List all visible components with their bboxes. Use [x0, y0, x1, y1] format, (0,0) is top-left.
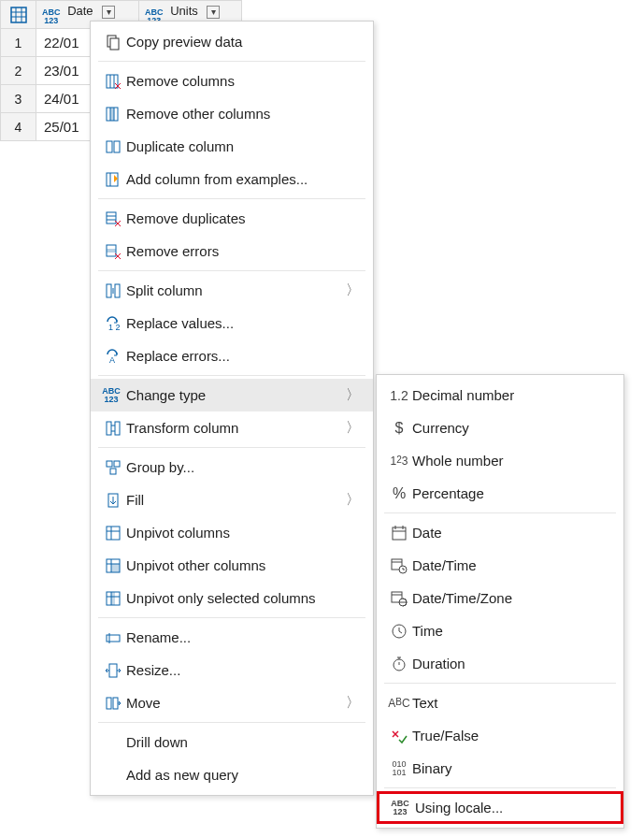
submenu-datetimezone[interactable]: Date/Time/Zone: [377, 582, 623, 614]
menu-split-column[interactable]: Split column 〉: [91, 274, 373, 307]
menu-remove-columns[interactable]: Remove columns: [91, 65, 373, 97]
menu-resize[interactable]: Resize...: [91, 654, 373, 686]
submenu-time[interactable]: Time: [377, 614, 623, 647]
row-header[interactable]: 1: [1, 29, 36, 57]
menu-unpivot-selected-columns[interactable]: Unpivot only selected columns: [91, 582, 373, 614]
svg-rect-29: [107, 284, 111, 297]
menu-replace-values[interactable]: 1 2 Replace values...: [91, 307, 373, 339]
menu-remove-errors[interactable]: Remove errors: [91, 235, 373, 267]
text-icon: ABC: [386, 697, 412, 710]
submenu-using-locale[interactable]: ABC123 Using locale...: [377, 791, 623, 824]
replace-values-icon: 1 2: [100, 315, 126, 332]
group-by-icon: [100, 459, 126, 476]
submenu-percentage[interactable]: % Percentage: [377, 477, 623, 510]
svg-rect-55: [113, 698, 118, 709]
copy-icon: [100, 34, 126, 51]
column-context-menu: Copy preview data Remove columns Remove …: [90, 21, 374, 796]
transform-column-icon: [100, 420, 126, 437]
menu-rename[interactable]: Rename...: [91, 621, 373, 654]
menu-separator: [98, 722, 365, 723]
menu-copy-preview-data[interactable]: Copy preview data: [91, 25, 373, 58]
menu-fill[interactable]: Fill 〉: [91, 483, 373, 516]
unpivot-selected-icon: [100, 590, 126, 607]
any-type-icon: ABC123: [42, 8, 61, 25]
split-column-icon: [100, 282, 126, 299]
grid-corner[interactable]: [1, 1, 36, 29]
submenu-decimal-number[interactable]: 1.2 Decimal number: [377, 379, 623, 411]
rename-icon: [100, 629, 126, 646]
column-name: Units: [170, 4, 198, 18]
svg-rect-7: [107, 75, 118, 88]
move-icon: [100, 695, 126, 712]
chevron-right-icon: 〉: [346, 386, 360, 404]
svg-rect-13: [110, 108, 114, 121]
currency-icon: $: [386, 420, 412, 437]
svg-rect-38: [110, 469, 116, 474]
submenu-whole-number[interactable]: 123 Whole number: [377, 444, 623, 477]
change-type-icon: ABC123: [100, 387, 126, 404]
menu-separator: [384, 512, 616, 513]
column-filter-dropdown[interactable]: ▾: [207, 6, 220, 19]
svg-line-71: [399, 631, 402, 633]
remove-duplicates-icon: [100, 210, 126, 227]
decimal-icon: 1.2: [386, 388, 412, 403]
submenu-date[interactable]: Date: [377, 516, 623, 549]
svg-rect-16: [107, 141, 112, 152]
submenu-truefalse[interactable]: True/False: [377, 719, 623, 752]
remove-columns-icon: [100, 73, 126, 90]
menu-duplicate-column[interactable]: Duplicate column: [91, 130, 373, 163]
duration-icon: [386, 656, 412, 672]
svg-rect-30: [115, 284, 120, 297]
menu-unpivot-other-columns[interactable]: Unpivot other columns: [91, 549, 373, 582]
svg-rect-34: [107, 422, 111, 435]
svg-rect-40: [107, 527, 120, 540]
table-icon: [2, 2, 35, 27]
row-header[interactable]: 4: [1, 113, 36, 141]
svg-rect-50: [111, 592, 115, 605]
duplicate-column-icon: [100, 138, 126, 155]
column-filter-dropdown[interactable]: ▾: [102, 6, 115, 19]
svg-rect-6: [110, 38, 119, 50]
submenu-binary[interactable]: 010101 Binary: [377, 752, 623, 785]
submenu-currency[interactable]: $ Currency: [377, 411, 623, 444]
svg-text:1 2: 1 2: [108, 323, 121, 332]
svg-rect-17: [114, 141, 120, 152]
submenu-datetime[interactable]: Date/Time: [377, 549, 623, 582]
menu-change-type[interactable]: ABC123 Change type 〉: [91, 379, 373, 411]
unpivot-other-icon: [100, 557, 126, 574]
menu-replace-errors[interactable]: A Replace errors...: [91, 339, 373, 372]
menu-group-by[interactable]: Group by...: [91, 451, 373, 483]
row-header[interactable]: 3: [1, 85, 36, 113]
menu-separator: [384, 787, 616, 788]
svg-rect-36: [107, 461, 112, 467]
datetimezone-icon: [386, 590, 412, 607]
svg-rect-53: [109, 664, 117, 677]
change-type-submenu: 1.2 Decimal number $ Currency 123 Whole …: [376, 374, 624, 829]
unpivot-icon: [100, 525, 126, 541]
menu-remove-other-columns[interactable]: Remove other columns: [91, 97, 373, 130]
replace-errors-icon: A: [100, 348, 126, 365]
time-icon: [386, 623, 412, 640]
svg-rect-0: [11, 7, 26, 22]
menu-unpivot-columns[interactable]: Unpivot columns: [91, 516, 373, 549]
chevron-right-icon: 〉: [346, 281, 360, 299]
menu-separator: [98, 270, 365, 271]
svg-rect-20: [107, 212, 116, 224]
menu-separator: [98, 447, 365, 448]
submenu-text[interactable]: ABC Text: [377, 686, 623, 719]
menu-add-as-new-query[interactable]: Add as new query: [91, 758, 373, 791]
menu-separator: [384, 683, 616, 684]
menu-remove-duplicates[interactable]: Remove duplicates: [91, 202, 373, 235]
submenu-duration[interactable]: Duration: [377, 647, 623, 680]
row-header[interactable]: 2: [1, 57, 36, 85]
menu-move[interactable]: Move 〉: [91, 686, 373, 719]
date-icon: [386, 525, 412, 541]
svg-rect-26: [107, 249, 116, 253]
svg-rect-56: [393, 527, 406, 540]
chevron-right-icon: 〉: [346, 419, 360, 437]
chevron-right-icon: 〉: [346, 694, 360, 712]
truefalse-icon: [386, 728, 412, 744]
menu-transform-column[interactable]: Transform column 〉: [91, 411, 373, 444]
menu-drill-down[interactable]: Drill down: [91, 726, 373, 758]
menu-add-column-from-examples[interactable]: Add column from examples...: [91, 163, 373, 195]
